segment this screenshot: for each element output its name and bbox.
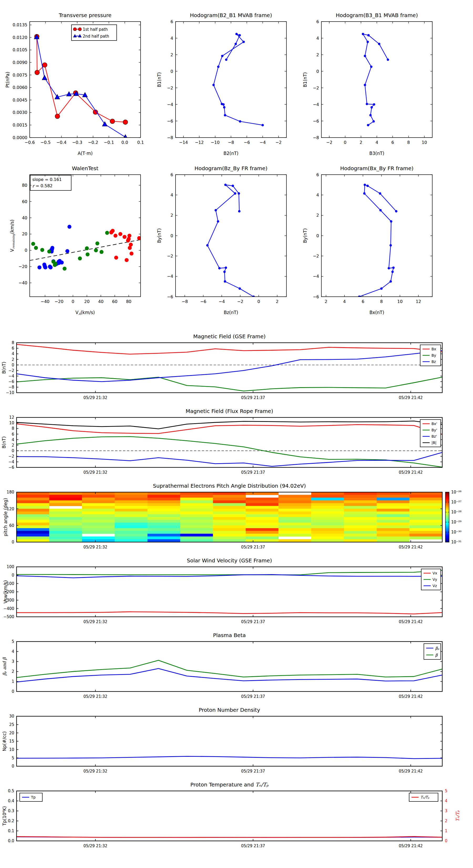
svg-text:0.0030: 0.0030	[12, 110, 27, 115]
svg-text:10⁻³¹: 10⁻³¹	[451, 540, 462, 545]
svg-text:0.0060: 0.0060	[12, 85, 27, 90]
svg-text:0: 0	[11, 573, 14, 578]
svg-text:10⁻²⁷: 10⁻²⁷	[451, 500, 462, 504]
svg-text:−2: −2	[8, 454, 14, 459]
svg-text:0.0045: 0.0045	[12, 98, 27, 102]
svg-text:−40: −40	[41, 299, 50, 304]
svg-text:0: 0	[11, 689, 14, 694]
svg-text:2: 2	[360, 140, 362, 145]
svg-text:0: 0	[25, 248, 27, 253]
svg-text:−6: −6	[8, 379, 14, 384]
svg-text:05/29 21:32: 05/29 21:32	[83, 470, 107, 475]
svg-text:6: 6	[171, 172, 173, 177]
svg-text:05/29 21:32: 05/29 21:32	[83, 395, 107, 400]
svg-text:0.0: 0.0	[122, 140, 128, 145]
svg-text:05/29 21:42: 05/29 21:42	[399, 545, 423, 550]
svg-text:−4: −4	[8, 460, 14, 464]
svg-text:Vx: Vx	[433, 571, 437, 575]
svg-text:05/29 21:42: 05/29 21:42	[399, 470, 423, 475]
pitch-angle-distribution-plot: 05/29 21:3205/29 21:3705/29 21:420601201…	[0, 480, 473, 562]
svg-text:4: 4	[316, 192, 319, 197]
svg-text:8: 8	[407, 140, 410, 145]
screenshot-root: { "figure": { "background": "#ffffff", "…	[0, 0, 473, 868]
svg-text:2: 2	[325, 299, 327, 304]
svg-text:0.0075: 0.0075	[12, 72, 27, 78]
svg-text:05/29 21:42: 05/29 21:42	[399, 619, 423, 624]
svg-text:6: 6	[362, 299, 364, 304]
svg-text:−6: −6	[167, 119, 173, 124]
plasma-beta-plot: 05/29 21:3205/29 21:3705/29 21:42012345β…	[0, 630, 473, 711]
svg-text:Bx: Bx	[432, 347, 436, 351]
svg-text:0: 0	[11, 448, 14, 453]
svg-text:Tp: Tp	[31, 795, 36, 799]
svg-text:−200: −200	[3, 589, 14, 594]
svg-text:80: 80	[22, 183, 27, 188]
hodogram-b3-b1-plot: −20246810−8−6−4−20246	[290, 10, 473, 157]
svg-text:05/29 21:32: 05/29 21:32	[83, 769, 107, 774]
svg-text:05/29 21:37: 05/29 21:37	[241, 694, 265, 699]
svg-text:−0.4: −0.4	[56, 140, 66, 145]
svg-text:05/29 21:37: 05/29 21:37	[241, 843, 265, 848]
svg-text:2: 2	[11, 357, 14, 362]
svg-text:−4: −4	[167, 102, 173, 107]
svg-text:180: 180	[7, 490, 14, 495]
svg-text:0: 0	[316, 69, 319, 74]
svg-text:5: 5	[11, 639, 14, 644]
proton-temperature-plot: 05/29 21:3205/29 21:3705/29 21:420.00.10…	[0, 779, 473, 860]
svg-text:−0.6: −0.6	[25, 140, 35, 145]
svg-text:2: 2	[171, 52, 173, 57]
svg-text:0.1: 0.1	[137, 140, 144, 145]
svg-text:−4: −4	[313, 274, 319, 279]
svg-text:Vy: Vy	[433, 577, 437, 582]
svg-text:10: 10	[422, 140, 427, 145]
svg-text:2: 2	[316, 52, 319, 57]
svg-text:−2: −2	[167, 254, 173, 258]
svg-text:−10: −10	[6, 390, 14, 395]
svg-text:−12: −12	[195, 140, 204, 145]
magnetic-field-flux-rope-plot: 05/29 21:3205/29 21:3705/29 21:42−6−4−20…	[0, 406, 473, 487]
svg-text:40: 40	[22, 215, 27, 220]
svg-text:−2: −2	[275, 140, 282, 145]
svg-text:20: 20	[9, 731, 14, 736]
svg-text:2: 2	[11, 669, 14, 674]
svg-text:2: 2	[445, 818, 447, 823]
svg-text:6: 6	[171, 19, 173, 24]
svg-text:−0.5: −0.5	[40, 140, 51, 145]
svg-text:4: 4	[11, 437, 14, 442]
svg-text:1: 1	[11, 679, 14, 684]
svg-text:−300: −300	[3, 598, 14, 602]
svg-text:6: 6	[316, 19, 319, 24]
svg-text:−2: −2	[313, 86, 319, 91]
svg-text:4: 4	[316, 36, 319, 41]
svg-text:05/29 21:37: 05/29 21:37	[241, 470, 265, 475]
svg-text:05/29 21:32: 05/29 21:32	[83, 694, 107, 699]
svg-text:Tₑ/Tₚ: Tₑ/Tₚ	[420, 795, 429, 799]
svg-text:0.0000: 0.0000	[12, 135, 27, 140]
svg-text:−8: −8	[181, 299, 188, 304]
svg-text:−6: −6	[167, 294, 173, 299]
svg-text:−0.1: −0.1	[104, 140, 114, 145]
svg-text:2: 2	[171, 213, 173, 218]
svg-text:60: 60	[112, 299, 117, 304]
svg-text:05/29 21:37: 05/29 21:37	[241, 619, 265, 624]
svg-text:2: 2	[276, 299, 278, 304]
svg-text:05/29 21:32: 05/29 21:32	[83, 545, 107, 550]
svg-text:−8: −8	[313, 135, 319, 140]
svg-text:4: 4	[445, 799, 447, 803]
svg-text:−14: −14	[179, 140, 188, 145]
svg-text:20: 20	[22, 231, 27, 237]
svg-text:5: 5	[11, 756, 14, 761]
svg-text:05/29 21:37: 05/29 21:37	[241, 395, 265, 400]
svg-text:10: 10	[9, 747, 14, 752]
svg-text:−6: −6	[8, 465, 14, 470]
svg-text:0: 0	[316, 233, 319, 238]
svg-text:05/29 21:42: 05/29 21:42	[399, 769, 423, 774]
svg-text:−4: −4	[8, 374, 14, 378]
svg-text:5: 5	[445, 788, 447, 793]
proton-number-density-plot: 05/29 21:3205/29 21:3705/29 21:420510152…	[0, 705, 473, 786]
svg-text:0: 0	[71, 299, 74, 304]
svg-text:−10: −10	[211, 140, 220, 145]
svg-text:0: 0	[445, 839, 447, 843]
svg-text:−4: −4	[260, 140, 266, 145]
svg-text:12: 12	[9, 415, 14, 420]
